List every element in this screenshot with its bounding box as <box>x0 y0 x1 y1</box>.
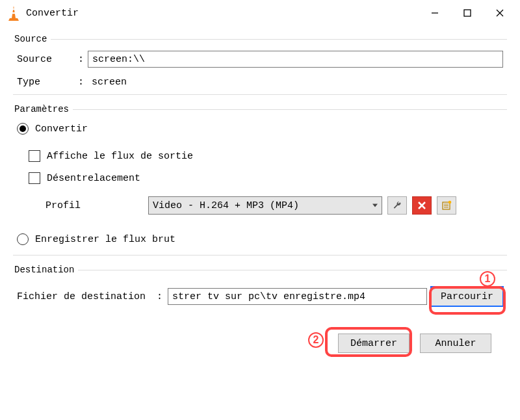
checkbox-icon <box>29 150 40 162</box>
svg-rect-2 <box>12 12 16 14</box>
vlc-cone-icon <box>6 5 21 21</box>
profile-new-button[interactable] <box>437 196 456 215</box>
radio-icon <box>17 123 29 135</box>
cancel-button[interactable]: Annuler <box>420 334 491 353</box>
checkbox-icon <box>29 172 40 184</box>
dest-group: Destination Fichier de destination : Par… <box>13 265 507 313</box>
profile-combo[interactable]: Video - H.264 + MP3 (MP4) <box>148 196 382 215</box>
titlebar: Convertir <box>0 0 520 26</box>
dest-legend: Destination <box>13 265 78 275</box>
browse-button[interactable]: Parcourir <box>431 287 503 306</box>
svg-rect-1 <box>12 8 16 10</box>
type-value: screen <box>88 77 127 88</box>
x-icon <box>417 201 426 210</box>
params-group: Paramètres Convertir Affiche le flux de … <box>13 104 507 256</box>
minimize-button[interactable] <box>419 1 451 25</box>
radio-raw[interactable]: Enregistrer le flux brut <box>13 230 507 248</box>
svg-rect-5 <box>464 10 471 16</box>
source-label: Source <box>17 54 75 65</box>
params-legend: Paramètres <box>13 104 73 114</box>
wrench-icon <box>392 200 402 211</box>
radio-icon <box>17 233 29 245</box>
maximize-button[interactable] <box>451 1 484 25</box>
radio-convert-label: Convertir <box>35 124 88 135</box>
check-show-output-label: Affiche le flux de sortie <box>47 151 193 162</box>
profile-label: Profil <box>46 200 143 211</box>
callout-2-number: 2 <box>308 332 324 348</box>
dest-input[interactable] <box>168 288 427 305</box>
check-deinterlace[interactable]: Désentrelacement <box>25 169 507 187</box>
svg-point-14 <box>448 201 452 204</box>
window-title: Convertir <box>25 8 419 19</box>
close-button[interactable] <box>484 1 516 25</box>
chevron-down-icon <box>372 204 378 207</box>
profile-edit-button[interactable] <box>387 196 407 215</box>
dest-label: Fichier de destination : <box>17 291 164 302</box>
check-show-output[interactable]: Affiche le flux de sortie <box>25 147 507 165</box>
source-input[interactable] <box>88 51 503 68</box>
svg-marker-3 <box>8 18 19 21</box>
new-profile-icon <box>441 200 452 211</box>
source-group: Source Source : Type : screen <box>13 34 507 95</box>
start-button[interactable]: Démarrer <box>338 334 410 353</box>
check-deinterlace-label: Désentrelacement <box>47 173 140 184</box>
radio-raw-label: Enregistrer le flux brut <box>35 234 176 245</box>
source-legend: Source <box>13 34 51 44</box>
type-label: Type <box>17 77 75 88</box>
radio-convert[interactable]: Convertir <box>13 120 507 138</box>
profile-value: Video - H.264 + MP3 (MP4) <box>153 200 299 211</box>
profile-delete-button[interactable] <box>412 196 432 215</box>
svg-marker-0 <box>12 6 16 18</box>
